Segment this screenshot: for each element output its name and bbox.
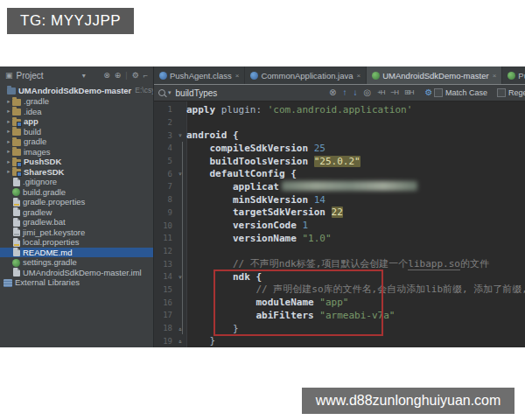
tree-item[interactable]: ▸PushSDK (0, 157, 153, 167)
code-line-19[interactable]: 19▵ } (154, 334, 525, 347)
gradle-icon (12, 259, 20, 267)
tree-item[interactable]: README.md (0, 248, 153, 258)
match-case-label[interactable]: Match Case (445, 88, 487, 97)
code-text: versionName "1.0" (186, 233, 332, 244)
expand-arrow-icon[interactable]: ▸ (5, 108, 12, 115)
hide-panel-icon[interactable]: ⌐ (144, 72, 148, 80)
tree-item-label: jimi_pet.keystore (23, 228, 85, 237)
project-panel-title[interactable]: Project (17, 71, 44, 80)
tree-item-label: images (24, 147, 51, 157)
add-occurrence-icon[interactable]: +H (377, 89, 384, 96)
code-text: android { (186, 130, 239, 141)
code-segment: targetSdkVersion (233, 206, 332, 218)
page: TG: MYYJJPP ▣ Project ▾ ⊗ ⊕ | ⚙ ⌐ UMAndr… (0, 0, 525, 420)
tree-item[interactable]: ▸ShareSDK (0, 167, 153, 178)
tab-CommonApplication.java[interactable]: CommonApplication.java× (245, 66, 367, 84)
previous-occurrence-icon[interactable]: ↑ (342, 88, 346, 97)
scroll-to-source-icon[interactable]: ⊕ (115, 72, 122, 80)
fold-arrow-icon[interactable]: ▵ (174, 325, 186, 332)
tree-item[interactable]: External Libraries (0, 277, 153, 288)
tree-item[interactable]: UMAndroidSdkDemo-master.iml (0, 268, 153, 278)
expand-arrow-icon[interactable]: ▸ (5, 128, 12, 135)
gear-icon[interactable]: ⚙ (132, 72, 139, 80)
code-line-2[interactable]: 2 (154, 116, 525, 130)
tree-item[interactable]: jimi_pet.keystore (0, 228, 153, 238)
close-tab-icon[interactable]: × (357, 72, 361, 80)
tab-PushSDK[interactable]: PushSDK× (502, 66, 525, 84)
remove-occurrence-icon[interactable]: −H (391, 89, 398, 96)
tree-item[interactable]: gradle.properties (0, 197, 153, 207)
tree-item[interactable]: ▸.gradle (0, 96, 153, 107)
fold-arrow-icon[interactable]: ▿ (174, 273, 186, 281)
fold-arrow-icon[interactable]: ▿ (174, 170, 186, 178)
match-case-checkbox[interactable] (434, 88, 443, 97)
next-occurrence-icon[interactable]: ↓ (353, 88, 357, 97)
tab-PushAgent.class[interactable]: PushAgent.class× (154, 66, 245, 84)
tree-item[interactable]: ▸images (0, 147, 153, 158)
tree-item[interactable]: local.properties (0, 237, 153, 248)
search-settings-gear-icon[interactable]: ⚙ (425, 88, 433, 97)
code-line-9[interactable]: 9 targetSdkVersion 22 (154, 206, 525, 220)
tree-item[interactable]: ▸gradle (0, 136, 153, 147)
code-line-5[interactable]: 5 buildToolsVersion "25.0.2" (154, 155, 525, 168)
code-line-8[interactable]: 8 minSdkVersion 14 (154, 193, 525, 206)
line-number: 6 (154, 170, 174, 178)
tree-root-item[interactable]: UMAndroidSdkDemo-master E:\csy\android_s (0, 84, 153, 96)
expand-arrow-icon[interactable]: ▸ (5, 98, 12, 105)
code-segment: 1 (302, 220, 308, 231)
clear-search-icon[interactable]: ⊗ (329, 88, 336, 97)
regex-label[interactable]: Regex (508, 88, 525, 97)
code-editor[interactable]: 1apply plugin: 'com.android.application'… (154, 102, 525, 347)
expand-arrow-icon[interactable]: ▸ (5, 118, 12, 125)
code-segment: compileSdkVersion (210, 143, 314, 154)
chevron-down-icon[interactable]: ▾ (82, 72, 86, 80)
code-line-11[interactable]: 11 versionName "1.0" (154, 232, 525, 245)
code-line-4[interactable]: 4 compileSdkVersion 25 (154, 142, 525, 155)
doc-icon (13, 218, 20, 227)
code-line-12[interactable]: 12 (154, 245, 525, 258)
tree-item[interactable]: ▸build (0, 127, 153, 137)
tree-item[interactable]: build.gradle (0, 187, 153, 198)
code-segment: 的文件 (460, 258, 489, 270)
code-line-3[interactable]: 3▿android { (154, 129, 525, 142)
tree-item-label: .gradle (24, 96, 49, 106)
tree-item[interactable]: gradlew.bat (0, 217, 153, 228)
tree-item[interactable]: settings.gradle (0, 257, 153, 268)
expand-arrow-icon[interactable]: ▸ (5, 148, 12, 155)
fold-arrow-icon[interactable]: ▿ (174, 131, 186, 139)
locate-file-icon[interactable]: ⊗ (103, 72, 110, 80)
tree-item[interactable]: ▸app (0, 116, 153, 127)
line-number: 5 (154, 157, 174, 165)
code-line-6[interactable]: 6▿ defaultConfig { (154, 167, 525, 180)
fold-arrow-icon[interactable]: ▵ (174, 337, 186, 345)
expand-arrow-icon[interactable]: ▸ (5, 158, 12, 165)
tree-item-label: External Libraries (15, 277, 80, 287)
tree-item[interactable]: ▸.idea (0, 107, 153, 117)
regex-checkbox[interactable] (497, 88, 506, 97)
code-line-10[interactable]: 10 versionCode 1 (154, 219, 525, 232)
code-line-7[interactable]: 7 applicat (154, 180, 525, 193)
code-text: buildToolsVersion "25.0.2" (186, 156, 360, 167)
tree-item-label: README.md (23, 248, 72, 257)
search-history-caret-icon[interactable]: ▾ (168, 89, 172, 96)
tab-UMAndroidSdkDemo-master[interactable]: UMAndroidSdkDemo-master× (367, 66, 502, 84)
find-all-icon[interactable]: ◎ (363, 88, 371, 97)
tree-item[interactable]: gradlew (0, 207, 153, 218)
code-line-13[interactable]: 13 // 不声明ndk标签,项目默认会创建一个libapp.so的文件 (154, 257, 525, 270)
select-all-occurrences-icon[interactable]: ⊞H (404, 89, 413, 96)
search-icon (158, 89, 165, 96)
project-view-icon: ▣ (5, 72, 13, 80)
search-query-input[interactable]: buildTypes (176, 88, 218, 98)
line-number: 17 (154, 311, 174, 319)
props-icon (13, 198, 20, 206)
expand-arrow-icon[interactable]: ▸ (5, 168, 12, 175)
tree-item-label: gradle.properties (23, 197, 85, 206)
code-segment: plugin: (215, 104, 268, 116)
code-line-1[interactable]: 1apply plugin: 'com.android.application' (154, 103, 525, 116)
close-tab-icon[interactable]: × (493, 72, 497, 80)
code-segment: android { (186, 130, 239, 141)
tab-label: UMAndroidSdkDemo-master (382, 71, 488, 80)
close-tab-icon[interactable]: × (235, 72, 240, 80)
tree-item[interactable]: .gitignore (0, 177, 153, 187)
expand-arrow-icon[interactable]: ▸ (5, 138, 12, 145)
